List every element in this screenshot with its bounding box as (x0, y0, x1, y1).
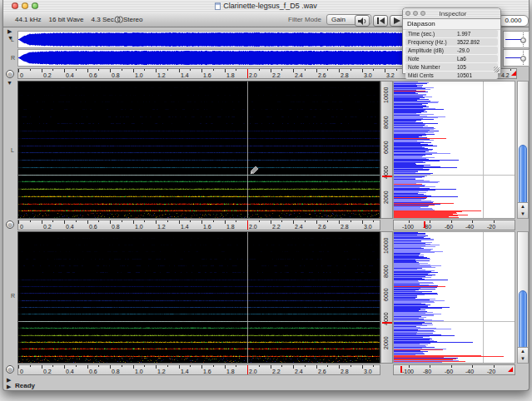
time-ruler-sonogram-top[interactable]: 00.20.40.60.81.01.21.41.61.82.02.22.42.6… (17, 220, 380, 230)
audition-button[interactable] (355, 15, 370, 27)
pen-cursor-icon (249, 166, 259, 176)
scroll-down-icon[interactable]: ▼ (518, 355, 528, 363)
time-counter[interactable]: 0.000 (498, 15, 529, 27)
status-text: Ready (15, 382, 35, 389)
sonogram-left-label: L (11, 147, 14, 153)
db-ruler-bottom[interactable]: -100-80-60-40-20 (393, 364, 515, 375)
scroll-up-icon[interactable]: ▲ (518, 348, 528, 355)
end-marker[interactable] (508, 367, 513, 372)
file-info: 44.1 kHz16 bit Wave4.3 Sec.Stereo (15, 16, 150, 23)
minimize-button[interactable] (413, 11, 418, 16)
frequency-ruler-bottom[interactable]: 200040006000800010000 (380, 231, 393, 364)
crosshair-vertical (247, 82, 248, 218)
speaker-icon (358, 17, 367, 25)
scrollbar-bottom[interactable]: ▲▼ (517, 231, 529, 364)
inspector-title: Inspector (425, 10, 480, 17)
inspector-row: Time (sec.)1.997 (405, 30, 498, 37)
scroll-up-icon[interactable]: ▲ (518, 203, 528, 210)
filter-mode-label: Filter Mode (288, 16, 321, 23)
crosshair-horizontal (18, 175, 380, 176)
go-to-start-button[interactable] (373, 15, 388, 27)
waveform-zero-line (505, 39, 521, 40)
disclosure-triangle-footer[interactable]: ▶ (7, 377, 11, 383)
inspector-row: Note Number105 (405, 63, 498, 71)
left-zoom-slider[interactable] (503, 31, 530, 48)
marker-circle-icon[interactable]: ◎ (6, 70, 14, 78)
slider-knob[interactable] (520, 37, 526, 43)
time-ruler-sonogram-bottom[interactable]: 00.20.40.60.81.01.21.41.61.82.02.22.42.6… (17, 364, 380, 375)
channel-link-icon[interactable] (114, 16, 123, 23)
disclosure-triangle-sonogram[interactable]: ▼ (7, 80, 12, 86)
scroll-down-icon[interactable]: ▼ (518, 210, 528, 218)
end-marker[interactable] (511, 71, 516, 76)
waveform-zero-line (505, 57, 521, 58)
right-zoom-slider[interactable] (503, 49, 530, 67)
inspector-row: NoteLa6 (405, 55, 498, 62)
document-icon (215, 2, 221, 10)
disclosure-triangle-status[interactable]: ▶ (7, 384, 11, 389)
inspector-section[interactable]: Diapason (403, 19, 500, 30)
db-ruler-top[interactable]: -100-80-60-40-20 (393, 220, 515, 230)
inspector-row: Frequency (Hz.)3522.892 (405, 38, 498, 46)
slider-knob[interactable] (520, 56, 526, 62)
inspector-row: Midi Cents10501 (405, 72, 498, 79)
scrollbar-top[interactable]: ▲▼ (517, 81, 529, 219)
resize-grip[interactable] (494, 67, 500, 72)
marker-circle-icon[interactable]: ◎ (6, 220, 14, 229)
spectrum-right-panel[interactable] (393, 231, 515, 364)
inspector-row: Amplitude (dB)-29.0 (405, 47, 498, 54)
scrollbar-thumb[interactable] (519, 145, 527, 208)
inspector-window[interactable]: Inspector Diapason Time (sec.)1.997 Freq… (402, 7, 501, 74)
crosshair-horizontal (18, 321, 380, 322)
waveform-left-label: L (11, 37, 14, 42)
marker-circle-icon[interactable]: ◎ (6, 365, 14, 374)
app-window: Clarinette-legsus_f_D5 .wav 44.1 kHz16 b… (2, 0, 530, 391)
crosshair-vertical (247, 232, 248, 363)
disclosure-triangle-collapsed[interactable]: ▶ (7, 28, 12, 34)
play-icon (394, 17, 400, 24)
window-title: Clarinette-legsus_f_D5 .wav (223, 2, 317, 10)
sonogram-right-label: R (11, 293, 15, 299)
sonogram-right-panel[interactable] (17, 231, 380, 364)
close-button[interactable] (405, 11, 410, 16)
waveform-right-label: R (11, 55, 15, 61)
inspector-title-bar[interactable]: Inspector (403, 8, 500, 19)
sonogram-left-panel[interactable] (17, 81, 380, 219)
frequency-ruler-top[interactable]: 200040006000800010000 (380, 81, 393, 219)
scrollbar-thumb[interactable] (519, 290, 527, 350)
spectrum-left-panel[interactable] (393, 81, 515, 219)
skip-start-icon (377, 17, 385, 24)
